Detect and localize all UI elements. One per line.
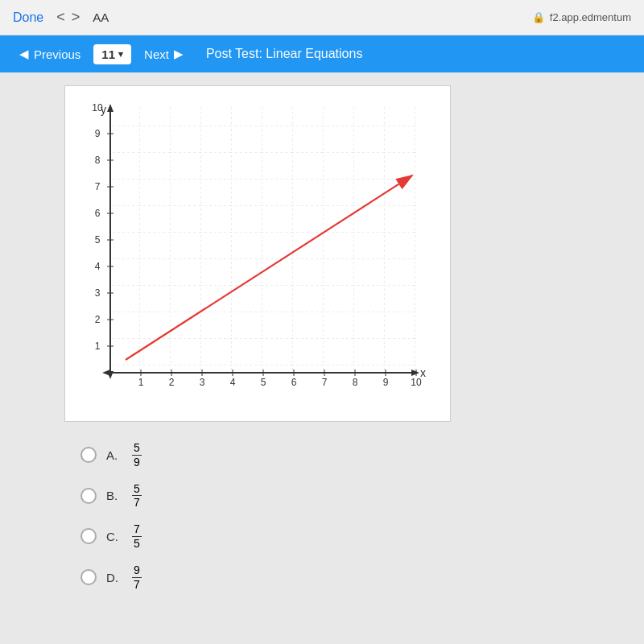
choice-d-label: D.	[106, 571, 122, 584]
radio-b[interactable]	[80, 488, 97, 504]
app-nav-bar: ◀ Previous 11 ▾ Next ▶ Post Test: Linear…	[0, 35, 644, 72]
question-number-selector[interactable]: 11 ▾	[93, 44, 131, 64]
graph-container: y x 1 2 3 4 5 6 7 8	[64, 85, 451, 422]
svg-text:1: 1	[95, 341, 101, 352]
svg-text:10: 10	[411, 377, 422, 388]
svg-text:9: 9	[383, 377, 389, 388]
text-size-button[interactable]: AA	[93, 10, 109, 24]
choice-a-label: A.	[106, 448, 122, 462]
svg-text:1: 1	[138, 377, 144, 388]
choice-a-fraction: 5 9	[132, 441, 142, 469]
svg-text:4: 4	[95, 261, 101, 272]
lock-icon: 🔒	[532, 11, 545, 23]
prev-arrow-icon: ◀	[19, 47, 29, 61]
choice-c-fraction: 7 5	[132, 522, 142, 551]
url-bar: 🔒 f2.app.edmentum	[122, 11, 631, 23]
answer-choices: A. 5 9 B. 5 7 C. 7 5	[80, 441, 142, 591]
svg-text:8: 8	[353, 377, 358, 388]
svg-text:7: 7	[95, 181, 101, 192]
svg-text:2: 2	[95, 314, 101, 325]
svg-text:2: 2	[169, 377, 175, 388]
svg-text:7: 7	[322, 377, 328, 388]
svg-rect-0	[110, 107, 416, 373]
choice-a[interactable]: A. 5 9	[80, 441, 142, 469]
choice-d[interactable]: D. 9 7	[80, 564, 142, 592]
next-button[interactable]: Next ▶	[134, 43, 193, 64]
svg-text:9: 9	[95, 128, 101, 139]
page-title: Post Test: Linear Equations	[206, 47, 363, 61]
browser-nav-icons: < >	[56, 9, 80, 26]
svg-text:3: 3	[95, 287, 101, 299]
browser-top-bar: Done < > AA 🔒 f2.app.edmentum	[0, 0, 644, 35]
chevron-down-icon: ▾	[118, 49, 123, 60]
svg-marker-6	[102, 369, 110, 376]
choice-c-label: C.	[106, 530, 122, 543]
next-arrow-icon: ▶	[174, 47, 184, 61]
back-chevron-icon[interactable]: <	[56, 9, 65, 26]
radio-c[interactable]	[80, 528, 97, 544]
svg-text:8: 8	[95, 155, 101, 166]
svg-text:3: 3	[200, 377, 205, 388]
svg-text:10: 10	[92, 102, 103, 114]
graph-svg: y x 1 2 3 4 5 6 7 8	[78, 99, 432, 405]
svg-text:6: 6	[95, 208, 101, 219]
svg-text:5: 5	[261, 377, 266, 388]
choice-b-fraction: 5 7	[132, 482, 142, 510]
svg-text:6: 6	[291, 377, 297, 388]
choice-d-fraction: 9 7	[132, 564, 142, 592]
forward-chevron-icon[interactable]: >	[72, 9, 80, 26]
browser-chrome: Done < > AA 🔒 f2.app.edmentum ◀ Previous…	[0, 0, 644, 644]
choice-b[interactable]: B. 5 7	[80, 482, 142, 510]
done-button[interactable]: Done	[13, 10, 43, 25]
radio-a[interactable]	[80, 447, 97, 463]
radio-d[interactable]	[80, 569, 97, 585]
svg-text:5: 5	[95, 234, 101, 246]
choice-c[interactable]: C. 7 5	[80, 522, 142, 551]
main-content: y x 1 2 3 4 5 6 7 8	[0, 72, 644, 644]
svg-text:4: 4	[230, 377, 236, 388]
choice-b-label: B.	[106, 489, 122, 502]
previous-button[interactable]: ◀ Previous	[10, 43, 90, 64]
